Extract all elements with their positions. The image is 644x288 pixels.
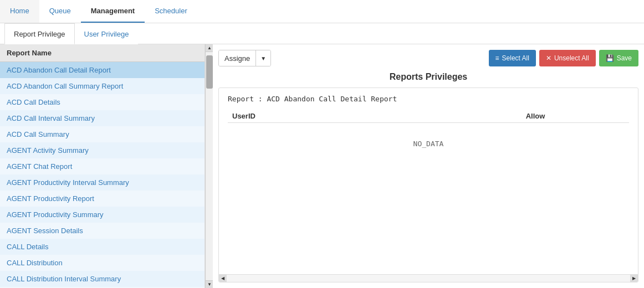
nav-scheduler[interactable]: Scheduler: [145, 0, 197, 23]
report-list-item[interactable]: CALL Distribution: [0, 255, 205, 271]
horizontal-scrollbar[interactable]: ◀ ▶: [219, 274, 638, 282]
list-icon: ≡: [495, 54, 499, 62]
top-navigation: Home Queue Management Scheduler: [0, 0, 644, 23]
save-icon: 💾: [606, 54, 614, 62]
no-data-cell: NO_DATA: [228, 123, 629, 165]
report-list-item[interactable]: ACD Call Summary: [0, 126, 205, 142]
scroll-left-arrow[interactable]: ◀: [219, 275, 227, 282]
report-list-item[interactable]: AGENT Productivity Summary: [0, 207, 205, 223]
report-detail-panel: Report : ACD Abandon Call Detail Report …: [218, 88, 638, 282]
report-list-item[interactable]: ACD Call Interval Summary: [0, 110, 205, 126]
main-container: Report Name ACD Abandon Call Detail Repo…: [0, 44, 644, 288]
tab-report-privilege[interactable]: Report Privilege: [4, 23, 75, 44]
report-list-item[interactable]: AGENT Chat Report: [0, 158, 205, 174]
select-all-button[interactable]: ≡ Select All: [489, 50, 536, 66]
nav-home[interactable]: Home: [0, 0, 39, 23]
report-list-body[interactable]: ACD Abandon Call Detail ReportACD Abando…: [0, 62, 205, 288]
unselect-all-button[interactable]: ✕ Unselect All: [539, 50, 596, 66]
assign-label: Assigne: [219, 50, 255, 66]
panel-title: Reports Privileges: [218, 72, 638, 82]
report-list-item[interactable]: ACD Abandon Call Summary Report: [0, 78, 205, 94]
times-icon: ✕: [546, 54, 551, 62]
save-label: Save: [617, 54, 632, 62]
report-list-item[interactable]: AGENT Productivity Interval Summary: [0, 174, 205, 191]
scroll-right-arrow[interactable]: ▶: [630, 275, 638, 282]
report-list-item[interactable]: AGENT Productivity Report: [0, 191, 205, 207]
report-list-item[interactable]: AGENT Session Details: [0, 223, 205, 239]
report-detail-inner: Report : ACD Abandon Call Detail Report …: [219, 88, 638, 274]
allow-column-header: Allow: [442, 110, 629, 123]
report-list-item[interactable]: CALL Distribution Interval Summary: [0, 271, 205, 287]
select-all-label: Select All: [502, 54, 529, 62]
detail-table: UserID Allow NO_DATA: [228, 110, 629, 164]
report-list-item[interactable]: CALL Details: [0, 239, 205, 255]
assign-caret-icon[interactable]: ▼: [255, 50, 270, 66]
report-name-label: Report : ACD Abandon Call Detail Report: [228, 95, 629, 103]
nav-queue[interactable]: Queue: [39, 0, 81, 23]
scrollbar-track[interactable]: [227, 275, 630, 282]
save-button[interactable]: 💾 Save: [599, 50, 638, 66]
right-toolbar: Assigne ▼ ≡ Select All ✕ Unselect All 💾 …: [218, 50, 638, 66]
scroll-thumb[interactable]: [206, 55, 213, 89]
left-wrapper: Report Name ACD Abandon Call Detail Repo…: [0, 44, 213, 288]
nav-management[interactable]: Management: [81, 0, 145, 23]
userid-column-header: UserID: [228, 110, 442, 123]
scroll-down-arrow[interactable]: ▼: [206, 280, 213, 288]
assign-dropdown[interactable]: Assigne ▼: [218, 50, 271, 66]
scroll-up-arrow[interactable]: ▲: [206, 44, 213, 52]
report-list-item[interactable]: AGENT Activity Summary: [0, 142, 205, 158]
report-list-header: Report Name: [0, 44, 205, 62]
sub-tab-bar: Report Privilege User Privilege: [0, 23, 644, 44]
action-buttons: ≡ Select All ✕ Unselect All 💾 Save: [489, 50, 638, 66]
vertical-scrollbar[interactable]: ▲ ▼: [205, 44, 213, 288]
report-list-item[interactable]: ACD Abandon Call Detail Report: [0, 62, 205, 78]
unselect-all-label: Unselect All: [554, 54, 589, 62]
report-list-panel: Report Name ACD Abandon Call Detail Repo…: [0, 44, 205, 288]
right-panel: Assigne ▼ ≡ Select All ✕ Unselect All 💾 …: [213, 44, 644, 288]
tab-user-privilege[interactable]: User Privilege: [75, 23, 139, 44]
report-list-item[interactable]: ACD Call Details: [0, 94, 205, 110]
